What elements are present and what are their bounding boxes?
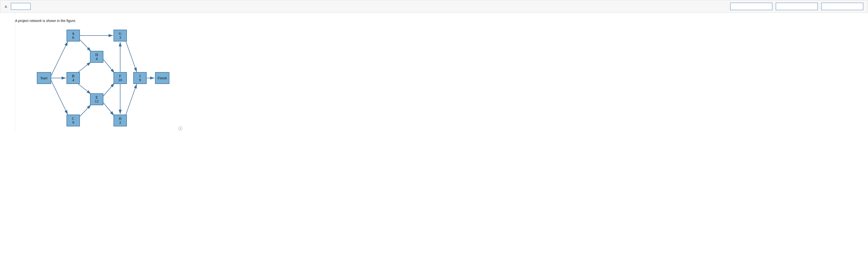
question-header: 4. xyxy=(0,0,868,13)
edge-a-d xyxy=(80,40,91,51)
header-button-3[interactable] xyxy=(821,3,863,10)
node-i: I 9 xyxy=(133,72,147,84)
edge-h-i xyxy=(126,84,137,114)
node-b-duration: 4 xyxy=(72,78,74,82)
node-h: H 2 xyxy=(114,114,127,127)
node-c-duration: 9 xyxy=(72,120,74,125)
header-button-2[interactable] xyxy=(776,3,818,10)
node-d: D 4 xyxy=(90,51,103,63)
edge-b-e xyxy=(78,84,91,94)
node-g: G 3 xyxy=(114,30,127,41)
points-box[interactable] xyxy=(11,3,31,10)
node-a: A 6 xyxy=(66,30,80,41)
node-f-duration: 10 xyxy=(119,78,122,82)
edge-g-i xyxy=(126,41,137,72)
node-b: B 4 xyxy=(66,72,80,84)
edge-d-f xyxy=(103,60,115,73)
question-body: A project network is shown in the figure… xyxy=(15,13,868,131)
node-f-label: F xyxy=(119,74,121,78)
question-header-left: 4. xyxy=(5,3,31,10)
node-c-label: C xyxy=(72,116,74,121)
edge-start-c xyxy=(51,80,68,114)
node-a-label: A xyxy=(72,32,75,36)
edge-e-h xyxy=(103,103,114,115)
node-f: F 10 xyxy=(114,72,127,84)
edge-b-d xyxy=(78,62,91,72)
question-number: 4. xyxy=(5,4,8,9)
node-i-duration: 9 xyxy=(139,78,141,82)
node-e: E 12 xyxy=(90,93,103,105)
node-a-duration: 6 xyxy=(72,36,74,40)
node-i-label: I xyxy=(140,74,141,78)
question-prompt: A project network is shown in the figure… xyxy=(15,19,868,23)
node-b-label: B xyxy=(72,74,74,78)
node-finish: Finish xyxy=(155,72,169,84)
node-h-label: H xyxy=(119,116,122,121)
node-h-duration: 2 xyxy=(119,120,121,125)
node-e-label: E xyxy=(95,95,98,100)
edge-e-f xyxy=(103,83,115,96)
node-g-duration: 3 xyxy=(119,36,121,40)
node-c: C 9 xyxy=(66,114,80,127)
node-d-duration: 4 xyxy=(96,57,98,61)
node-d-label: D xyxy=(95,53,98,57)
edge-c-e xyxy=(80,105,91,116)
node-finish-label: Finish xyxy=(157,76,167,80)
project-network-diagram: Start A 6 B 4 C 9 D 4 E 12 F 10 G 3 xyxy=(30,26,208,130)
header-button-1[interactable] xyxy=(730,3,772,10)
node-e-duration: 12 xyxy=(95,99,99,103)
node-g-label: G xyxy=(119,32,122,36)
node-start: Start xyxy=(37,72,51,84)
node-start-label: Start xyxy=(40,76,48,80)
edge-start-a xyxy=(51,41,68,76)
question-header-buttons xyxy=(730,3,863,10)
